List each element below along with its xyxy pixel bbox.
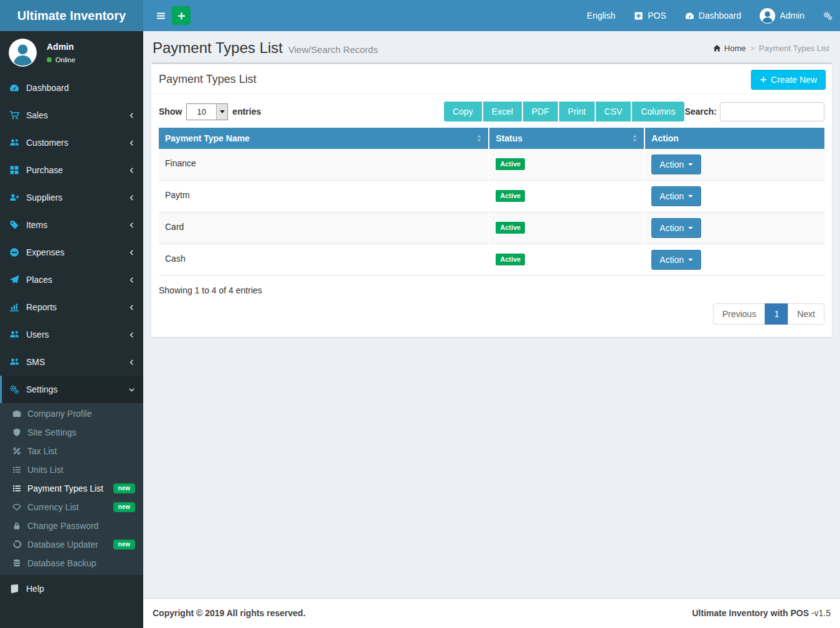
user-plus-icon xyxy=(9,193,19,202)
action-dropdown-button[interactable]: Action xyxy=(651,186,701,206)
export-copy-button[interactable]: Copy xyxy=(444,102,482,121)
select-dropdown-arrow-icon xyxy=(216,104,227,120)
tachometer-icon xyxy=(9,83,19,93)
sidebar-item-dashboard[interactable]: Dashboard xyxy=(0,74,143,102)
payment-type-name-cell: Cash xyxy=(159,244,489,276)
export-excel-button[interactable]: Excel xyxy=(483,102,522,121)
top-navbar: Ultimate Inventory English POS Dashboard… xyxy=(0,0,840,31)
column-header-status[interactable]: Status xyxy=(489,128,644,149)
hamburger-icon xyxy=(156,11,166,21)
sidebar-item-suppliers[interactable]: Suppliers xyxy=(0,184,143,211)
breadcrumb-separator: > xyxy=(750,44,755,53)
users-icon xyxy=(9,138,19,148)
export-columns-button[interactable]: Columns xyxy=(632,102,684,121)
chevron-left-icon xyxy=(128,167,135,174)
quick-add-button[interactable] xyxy=(172,6,191,25)
language-label: English xyxy=(587,11,615,21)
action-dropdown-button[interactable]: Action xyxy=(651,155,701,174)
search-input[interactable] xyxy=(720,102,824,121)
sidebar-item-places[interactable]: Places xyxy=(0,266,143,293)
brand-logo[interactable]: Ultimate Inventory xyxy=(0,0,143,31)
create-new-button[interactable]: Create New xyxy=(751,70,826,90)
version-text: Ultimate Inventory with POS -v1.5 xyxy=(692,608,831,618)
sidebar-item-expenses[interactable]: Expenses xyxy=(0,239,143,266)
sidebar-subitem-company-profile[interactable]: Company Profile xyxy=(0,404,143,423)
paper-plane-icon xyxy=(9,275,19,285)
navbar-right-menu: English POS Dashboard Admin xyxy=(568,0,833,31)
status-cell: Active xyxy=(489,181,644,212)
sidebar-item-settings[interactable]: Settings xyxy=(0,376,143,403)
action-button-label: Action xyxy=(659,255,684,265)
page-length-select[interactable]: 10 xyxy=(186,103,228,120)
nav-user-menu[interactable]: Admin xyxy=(760,8,805,24)
action-button-label: Action xyxy=(659,159,684,169)
sidebar-item-users[interactable]: Users xyxy=(0,321,143,348)
pagination-previous-button[interactable]: Previous xyxy=(713,303,765,325)
sidebar-item-sales[interactable]: Sales xyxy=(0,102,143,129)
sidebar-toggle-button[interactable] xyxy=(149,0,172,31)
sidebar-subitem-database-updater[interactable]: Database Updaternew xyxy=(0,535,143,554)
export-pdf-button[interactable]: PDF xyxy=(523,102,558,121)
chevron-left-icon xyxy=(128,112,135,119)
sidebar-item-label: Change Password xyxy=(27,521,98,531)
user-label: Admin xyxy=(780,11,805,21)
search-label: Search: xyxy=(685,107,717,117)
sidebar-item-label: Suppliers xyxy=(26,193,62,202)
sidebar-subitem-tax-list[interactable]: Tax List xyxy=(0,442,143,460)
sidebar-item-label: Customers xyxy=(26,138,68,148)
column-header-label: Status xyxy=(496,133,522,143)
plus-icon xyxy=(760,76,767,83)
online-status-label: Online xyxy=(55,56,75,64)
sidebar-item-help[interactable]: Help xyxy=(0,575,143,602)
table-controls: Show 10 entries CopyExcelPDFPrintCSVColu… xyxy=(159,102,824,121)
status-badge: Active xyxy=(496,222,525,234)
chevron-left-icon xyxy=(128,140,135,146)
payment-type-name-cell: Card xyxy=(159,212,489,244)
nav-pos[interactable]: POS xyxy=(634,11,666,21)
sidebar-item-purchase[interactable]: Purchase xyxy=(0,156,143,184)
payment-type-name-cell: Paytm xyxy=(159,181,489,212)
export-print-button[interactable]: Print xyxy=(559,102,595,121)
pagination-next-button[interactable]: Next xyxy=(788,303,824,325)
action-cell: Action xyxy=(644,181,824,212)
briefcase-icon xyxy=(12,409,21,418)
sidebar-subitem-units-list[interactable]: Units List xyxy=(0,460,143,479)
sidebar-item-reports[interactable]: Reports xyxy=(0,293,143,321)
column-header-payment-type-name[interactable]: Payment Type Name xyxy=(159,128,489,149)
breadcrumb-home-link[interactable]: Home xyxy=(713,44,746,53)
action-dropdown-button[interactable]: Action xyxy=(651,218,701,238)
nav-dashboard[interactable]: Dashboard xyxy=(685,11,742,21)
nav-language[interactable]: English xyxy=(587,11,615,21)
sidebar-item-label: Purchase xyxy=(26,165,63,175)
sidebar-item-label: Database Backup xyxy=(27,558,97,568)
plus-icon xyxy=(177,11,186,21)
column-header-label: Payment Type Name xyxy=(165,133,250,143)
pagination: Previous 1 Next xyxy=(159,303,824,325)
sidebar-item-customers[interactable]: Customers xyxy=(0,129,143,156)
sidebar-item-label: Tax List xyxy=(27,446,57,456)
nav-settings[interactable] xyxy=(823,11,833,21)
table-row-finance: FinanceActiveAction xyxy=(159,149,824,181)
sidebar-subitem-database-backup[interactable]: Database Backup xyxy=(0,554,143,573)
page-footer: Copyright © 2019 All rights reserved. Ul… xyxy=(143,598,840,628)
cart-icon xyxy=(9,110,19,120)
breadcrumb: Home > Payment Types List xyxy=(713,44,829,53)
sidebar-item-label: Sales xyxy=(26,110,48,120)
caret-down-icon xyxy=(688,195,693,200)
export-csv-button[interactable]: CSV xyxy=(596,102,631,121)
sidebar-item-label: Help xyxy=(26,584,44,594)
sidebar-subitem-payment-types-list[interactable]: Payment Types Listnew xyxy=(0,479,143,498)
sidebar-subitem-change-password[interactable]: Change Password xyxy=(0,516,143,535)
payment-type-name-cell: Finance xyxy=(159,149,489,181)
breadcrumb-current: Payment Types List xyxy=(759,44,829,53)
sidebar-item-sms[interactable]: SMS xyxy=(0,348,143,376)
page-title-text: Payment Types List xyxy=(153,39,283,57)
sidebar-item-items[interactable]: Items xyxy=(0,211,143,239)
sidebar-subitem-currency-list[interactable]: Currency Listnew xyxy=(0,498,143,516)
action-dropdown-button[interactable]: Action xyxy=(651,250,701,270)
sidebar-subitem-site-settings[interactable]: Site Settings xyxy=(0,423,143,442)
users-icon xyxy=(9,330,19,340)
pagination-page-1-button[interactable]: 1 xyxy=(765,303,788,325)
export-button-group: CopyExcelPDFPrintCSVColumns xyxy=(444,102,684,121)
user-name: Admin xyxy=(47,42,75,52)
